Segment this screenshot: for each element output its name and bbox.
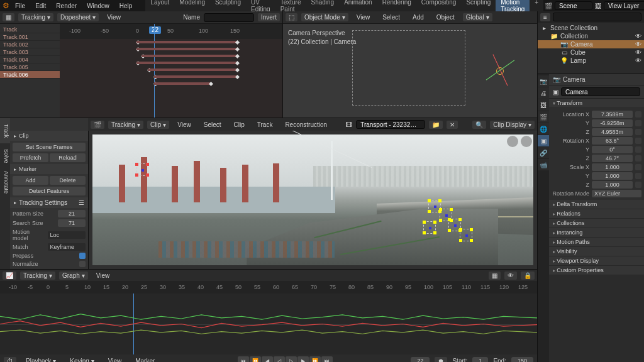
tracking-marker[interactable]: [460, 229, 472, 241]
viewlayer-input[interactable]: View Layer: [604, 1, 644, 10]
editor-type-dopesheet[interactable]: ▦: [3, 13, 14, 21]
current-frame-badge[interactable]: 22: [149, 26, 161, 34]
frame-prev-btn[interactable]: ◀: [262, 356, 273, 362]
outliner-item[interactable]: ▭Cube👁: [538, 48, 644, 57]
prop-section[interactable]: Motion Paths: [549, 238, 644, 247]
set-scene-frames-btn[interactable]: Set Scene Frames: [13, 143, 86, 151]
jump-start-btn[interactable]: ⏮: [238, 356, 249, 362]
tracking-marker[interactable]: [136, 163, 148, 176]
outliner-item[interactable]: 📁Collection👁: [538, 32, 644, 40]
tl-marker[interactable]: Marker: [131, 356, 159, 363]
current-frame-input[interactable]: 22: [411, 357, 430, 362]
key-btn[interactable]: [635, 164, 641, 170]
key-btn[interactable]: [635, 129, 641, 135]
motion-model-select[interactable]: Loc: [48, 231, 86, 239]
keyframe-next-btn[interactable]: ⏩: [309, 356, 321, 362]
tracking-mode[interactable]: Tracking ▾: [18, 13, 53, 21]
start-frame-input[interactable]: 1: [472, 357, 488, 362]
visibility-icon[interactable]: 👁: [635, 33, 641, 40]
prop-tab-constraint[interactable]: 🔗: [538, 147, 549, 158]
side-tab-solve[interactable]: Solve: [0, 143, 10, 168]
editor-type-outliner[interactable]: ≡: [540, 13, 550, 21]
prop-section[interactable]: Visibility: [549, 247, 644, 256]
prop-tab-viewlayer[interactable]: 🖼: [538, 99, 549, 111]
prop-section[interactable]: Relations: [549, 209, 644, 219]
lens-btn[interactable]: 🔍: [472, 121, 486, 129]
marker-delete-btn[interactable]: Delete: [50, 176, 86, 185]
keyframe-prev-btn[interactable]: ⏪: [250, 356, 261, 362]
zoom-widget-icon[interactable]: [507, 136, 518, 147]
clip-track-menu[interactable]: Track: [253, 120, 277, 129]
tracking-settings-hdr[interactable]: Tracking Settings☰: [10, 197, 88, 208]
graph-opt3[interactable]: 🔒: [521, 272, 535, 280]
track-row[interactable]: Track.004: [0, 56, 60, 63]
visibility-icon[interactable]: 👁: [635, 41, 641, 48]
track-row[interactable]: Track.003: [0, 48, 60, 56]
vp-select-menu[interactable]: Select: [378, 13, 404, 22]
prop-section[interactable]: Instancing: [549, 228, 644, 238]
graph-view-menu[interactable]: View: [92, 271, 114, 280]
play-btn[interactable]: ▷: [286, 356, 297, 362]
clip-viewport[interactable]: [88, 131, 537, 269]
vp-add-menu[interactable]: Add: [408, 13, 428, 22]
prop-tab-data[interactable]: 📹: [538, 159, 549, 170]
editor-type-clip[interactable]: 🎬: [91, 121, 104, 129]
transform-section[interactable]: Transform: [549, 99, 644, 108]
clip-clip-menu[interactable]: Clip: [230, 120, 249, 129]
pattern-size-val[interactable]: 21: [58, 210, 86, 217]
detect-features-btn[interactable]: Detect Features: [13, 187, 86, 195]
track-row-active[interactable]: Track.006: [0, 71, 60, 79]
prepass-checkbox[interactable]: [79, 253, 86, 259]
graph-opt2[interactable]: 👁: [504, 272, 517, 280]
side-tab-track[interactable]: Track: [0, 118, 10, 143]
rotmode-select[interactable]: XYZ Euler: [592, 190, 641, 197]
object-mode-select[interactable]: Object Mode ▾: [301, 13, 348, 21]
track-row[interactable]: Track.005: [0, 63, 60, 71]
end-frame-input[interactable]: 150: [511, 357, 533, 362]
clip-display-btn[interactable]: Clip Display ▾: [490, 121, 535, 129]
jump-end-btn[interactable]: ⏭: [321, 356, 333, 362]
key-btn[interactable]: [635, 120, 641, 126]
vp-object-menu[interactable]: Object: [432, 13, 459, 22]
tracking-marker[interactable]: [423, 221, 436, 234]
clip-section-hdr[interactable]: Clip: [10, 131, 88, 141]
clip-mode[interactable]: Tracking ▾: [108, 121, 143, 129]
ds-invert-btn[interactable]: Invert: [258, 13, 280, 21]
vp-view-menu[interactable]: View: [352, 13, 375, 22]
clip-name-input[interactable]: Transport - 23232…: [356, 120, 425, 129]
menu-window[interactable]: Window: [82, 1, 114, 11]
prop-tab-render[interactable]: 📷: [538, 75, 549, 87]
key-btn[interactable]: [635, 155, 641, 162]
clip-view-menu[interactable]: View: [173, 120, 196, 129]
visibility-icon[interactable]: 👁: [635, 49, 641, 56]
scale-z[interactable]: 1.000: [592, 181, 633, 189]
outliner-item[interactable]: 📷Camera👁: [538, 40, 644, 48]
key-btn[interactable]: [635, 138, 641, 144]
ds-filter-input[interactable]: [204, 13, 254, 22]
track-row[interactable]: Track.001: [0, 33, 60, 41]
loc-y[interactable]: -6.9258m: [592, 119, 633, 127]
prop-section[interactable]: Custom Properties: [549, 266, 644, 275]
graph-ruler[interactable]: /*ticks populated below*/ -10-5051015202…: [0, 282, 537, 293]
prop-tab-scene[interactable]: 🎬: [538, 111, 549, 123]
prop-section[interactable]: Delta Transform: [549, 200, 644, 209]
autokey-btn[interactable]: ⏺: [435, 357, 447, 363]
graph-mode[interactable]: Tracking ▾: [20, 272, 55, 280]
clip-browse-btn[interactable]: 📁: [429, 121, 443, 129]
graph-type[interactable]: Graph ▾: [59, 272, 88, 280]
tl-playback[interactable]: Playback ▾: [21, 356, 60, 363]
clip-remove-btn[interactable]: ✕: [447, 121, 458, 129]
loc-z[interactable]: 4.9583m: [592, 128, 633, 136]
object-name-input[interactable]: Camera: [561, 87, 640, 96]
dopesheet-timeline[interactable]: -100 -50 0 22 50 100 150: [60, 24, 282, 118]
outliner-scene-collection[interactable]: ▸Scene Collection: [538, 24, 644, 32]
graph-opt1[interactable]: ▦: [489, 272, 501, 280]
editor-type-timeline[interactable]: ⏱: [4, 357, 16, 363]
camera-gizmo-icon[interactable]: [494, 65, 506, 77]
normalize-checkbox[interactable]: [79, 261, 86, 267]
play-reverse-btn[interactable]: ◁: [274, 356, 285, 362]
prop-breadcrumb[interactable]: Camera: [563, 76, 586, 83]
scene-name-input[interactable]: Scene: [555, 1, 592, 10]
outliner-search[interactable]: [553, 13, 641, 21]
scale-y[interactable]: 1.000: [592, 172, 633, 180]
